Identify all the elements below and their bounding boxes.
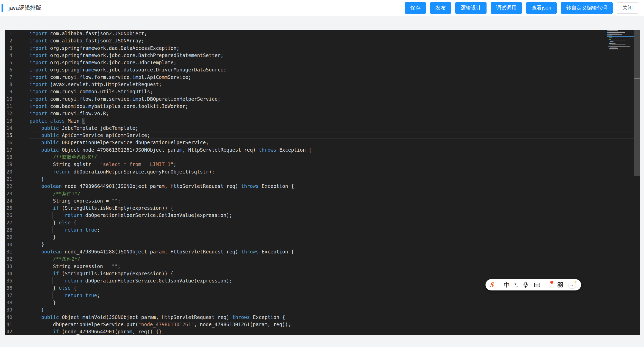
line-number: 42 (5, 328, 12, 335)
code-line[interactable]: 4import org.springframework.jdbc.core.Ba… (5, 52, 640, 59)
logic-design-button[interactable]: 逻辑设计 (455, 2, 487, 14)
line-number: 39 (5, 306, 12, 313)
code-line[interactable]: 18/**获取单条数据*/ (5, 153, 640, 161)
code-token: (StringUtils.isNotEmpty(expression)) { (59, 205, 173, 211)
indent-guide (29, 212, 29, 219)
code-line[interactable]: 22boolean node_479896644901(JSONObject p… (5, 182, 640, 190)
code-token: "select * from LIMIT 1" (100, 161, 173, 167)
code-token: import (30, 45, 47, 51)
code-line[interactable]: 7import com.ruoyi.flow.form.service.impl… (5, 74, 640, 81)
close-button[interactable]: 关闭 (617, 2, 638, 14)
code-line[interactable]: 9import com.ruoyi.common.utils.StringUti… (5, 88, 640, 95)
code-token: /**获取单条数据*/ (53, 154, 97, 160)
code-line[interactable]: 19String sqlstr = "select * from LIMIT 1… (5, 161, 640, 168)
code-line[interactable]: 1import com.alibaba.fastjson2.JSONObject… (5, 30, 640, 37)
debug-invoke-button[interactable]: 调试调用 (491, 2, 522, 14)
code-line[interactable]: 3import org.springframework.dao.DataAcce… (5, 44, 640, 52)
punctuation-mode-icon[interactable]: °, (514, 282, 517, 288)
code-line[interactable]: 17public Object node_479861301261(JSONOb… (5, 146, 640, 153)
code-line[interactable]: 24String expression = ""; (5, 197, 640, 204)
line-number: 19 (5, 161, 12, 168)
code-line[interactable]: 21} (5, 175, 640, 182)
code-token: ; (173, 161, 176, 167)
indent-guide (29, 124, 29, 132)
code-token: com.ruoyi.flow.form.service.impl.ApiComm… (47, 74, 191, 80)
code-line[interactable]: 16public DBOperationHelperService dbOper… (5, 139, 640, 146)
code-token: throws (259, 147, 276, 153)
code-line[interactable]: 31boolean node_479896641288(JSONObject p… (5, 248, 640, 255)
code-token: dbOperationHelperService.queryForObject(… (71, 169, 215, 175)
indent-guide (29, 204, 29, 212)
keyboard-icon[interactable] (534, 281, 541, 288)
code-token: { (71, 285, 77, 291)
code-line[interactable]: 6import org.springframework.jdbc.datasou… (5, 66, 640, 73)
code-token: class (50, 118, 65, 124)
code-line[interactable]: 40public Object mainVoid(JSONObject para… (5, 314, 640, 321)
code-line[interactable]: 27} else { (5, 219, 640, 226)
minimap[interactable] (607, 30, 634, 51)
code-line[interactable]: 28return true; (5, 226, 640, 233)
code-line[interactable]: 26return dbOperationHelperService.GetJso… (5, 212, 640, 219)
code-token: (StringUtils.isNotEmpty(expression)) { (59, 271, 173, 276)
line-number: 6 (5, 66, 12, 73)
code-line[interactable]: 30} (5, 241, 640, 248)
code-line[interactable]: 42if (node_479896644901(param, req)) {} (5, 328, 640, 335)
code-token: ApiCommService apiCommService; (59, 132, 150, 138)
ime-toolbar: S 中 °, •• ✦ (486, 279, 581, 290)
code-line[interactable]: 37return true; (5, 292, 640, 299)
code-token: { (71, 220, 77, 225)
view-json-button[interactable]: 查看json (526, 2, 557, 14)
scrollbar-thumb[interactable] (634, 30, 640, 176)
code-token: import (30, 103, 47, 109)
code-token: { (82, 118, 85, 124)
code-token: String expression = (53, 263, 112, 269)
code-line[interactable]: 13public class Main { (5, 117, 640, 124)
code-line[interactable]: 14public JdbcTemplate jdbcTemplate; (5, 124, 640, 132)
emoji-assistant-icon[interactable]: •• ✦ (568, 281, 576, 288)
line-number: 17 (5, 146, 12, 153)
line-number: 26 (5, 212, 12, 219)
line-number: 21 (5, 175, 12, 182)
to-custom-code-button[interactable]: 转自定义编辑代码 (561, 2, 613, 14)
line-number: 24 (5, 197, 12, 204)
code-token: ; (97, 293, 100, 298)
publish-button[interactable]: 发布 (430, 2, 451, 14)
code-line[interactable]: 8import javax.servlet.http.HttpServletRe… (5, 81, 640, 88)
line-number: 9 (5, 88, 12, 95)
code-line[interactable]: 15public ApiCommService apiCommService; (5, 132, 640, 139)
code-line[interactable]: 32/**条件2*/ (5, 255, 640, 262)
code-line[interactable]: 2import com.alibaba.fastjson2.JSONArray; (5, 37, 640, 44)
code-line[interactable]: 29} (5, 233, 640, 241)
code-token: node_479896641288(JSONObject param, Http… (62, 249, 241, 254)
code-line[interactable]: 39} (5, 306, 640, 313)
code-line[interactable]: 20return dbOperationHelperService.queryF… (5, 168, 640, 175)
toolbox-grid-icon[interactable] (557, 281, 564, 288)
code-line[interactable]: 33String expression = ""; (5, 263, 640, 270)
save-button[interactable]: 保存 (405, 2, 426, 14)
indent-guide (29, 299, 29, 306)
indent-guide (29, 270, 29, 277)
code-line[interactable]: 38} (5, 299, 640, 306)
code-token: import (30, 111, 47, 116)
code-line[interactable]: 41dbOperationHelperService.put("node_479… (5, 321, 640, 328)
line-number: 33 (5, 263, 12, 270)
code-line[interactable]: 25if (StringUtils.isNotEmpty(expression)… (5, 204, 640, 212)
indent-guide (29, 190, 29, 197)
indent-guide (29, 277, 29, 284)
code-line[interactable]: 12import com.ruoyi.flow.vo.R; (5, 110, 640, 117)
code-line[interactable]: 5import org.springframework.jdbc.core.Jd… (5, 59, 640, 66)
code-token: else (59, 220, 71, 225)
microphone-icon[interactable] (522, 281, 529, 288)
chinese-mode-icon[interactable]: 中 (504, 281, 510, 289)
code-token: import (30, 89, 47, 94)
code-line[interactable]: 10import com.ruoyi.flow.form.service.imp… (5, 95, 640, 103)
indent-guide (29, 306, 29, 313)
code-line[interactable]: 34if (StringUtils.isNotEmpty(expression)… (5, 270, 640, 277)
code-token: org.springframework.dao.DataAccessExcept… (47, 45, 180, 51)
code-token: , node_479861301261(param, req)); (194, 322, 291, 327)
minimap-active-line (607, 36, 634, 37)
sogou-logo-icon[interactable]: S (490, 281, 495, 288)
skin-icon[interactable] (545, 282, 552, 288)
code-line[interactable]: 23/**条件1*/ (5, 190, 640, 197)
code-line[interactable]: 11import com.baomidou.mybatisplus.core.t… (5, 103, 640, 110)
